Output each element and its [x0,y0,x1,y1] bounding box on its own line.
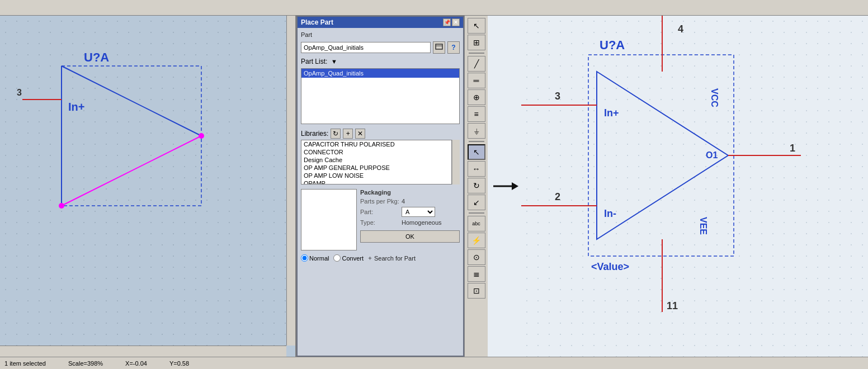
add-library-button[interactable]: + [343,129,353,139]
type-row: Type: Homogeneous [360,219,460,226]
parts-per-pkg-row: Parts per Pkg: 4 [360,198,460,205]
right-component-label: U?A [600,38,625,52]
filter-icon[interactable]: ▼ [329,57,338,66]
svg-rect-0 [62,66,201,206]
search-for-part-button[interactable]: ＋ Search for Part [367,254,416,262]
netlist-tool[interactable]: ⊙ [468,249,485,265]
svg-marker-10 [512,182,518,190]
right-inn-label: In- [604,208,616,219]
svg-rect-7 [436,44,442,49]
libraries-scrollbar[interactable] [452,140,460,184]
toolbar-separator-1 [469,53,484,54]
right-o1-label: O1 [706,150,718,160]
dialog-titlebar: Place Part 📌 ✕ [298,17,463,28]
search-plus-icon: ＋ [367,254,373,262]
y-coord-text: Y=0.58 [169,360,189,367]
arrow-svg [490,178,518,195]
part-input[interactable] [301,42,431,53]
part-list-box[interactable]: OpAmp_Quad_initials [301,68,460,124]
right-pin1-label: 1 [790,143,795,154]
libraries-section: Libraries: ↻ + ✕ CAPACITOR THRU POLARISE… [301,129,460,184]
annotate-tool[interactable]: abc [468,216,485,231]
refresh-libraries-button[interactable]: ↻ [331,129,341,139]
left-pin3-label: 3 [17,88,22,97]
convert-radio-label[interactable]: Convert [333,254,364,262]
main-container: U?A 3 In+ Place Part 📌 ✕ Part [0,0,868,369]
preview-box [301,189,357,250]
bom-tool[interactable]: ≣ [468,266,485,282]
remove-library-button[interactable]: ✕ [355,129,365,139]
horizontal-scrollbar[interactable] [0,346,286,357]
part-header: ? [301,41,460,54]
svg-point-6 [59,203,64,209]
power-tool[interactable]: ⏚ [468,123,485,139]
right-schematic-svg: 3 2 1 4 11 U?A In+ In- VCC VEE [521,16,868,340]
toolbar-separator-2 [469,141,484,142]
type-label: Type: [360,219,399,226]
right-vee-label: VEE [699,217,708,235]
place-part-dialog: Place Part 📌 ✕ Part ? [296,16,464,357]
packaging-info: Packaging Parts per Pkg: 4 Part: A B C D [360,189,460,250]
lib-item-opamp[interactable]: OPAMP [301,179,451,184]
zoom-tool[interactable]: ↙ [468,195,485,210]
bus-tool[interactable]: ═ [468,73,485,88]
status-bar: 1 item selected Scale=398% X=-0.04 Y=0.5… [0,357,868,369]
junction-tool[interactable]: ⊕ [468,89,485,105]
part-section-label: Part [301,31,460,38]
lib-item-op-amp-general[interactable]: OP AMP GENERAL PURPOSE [301,164,451,172]
right-vcc-label: VCC [710,88,719,107]
convert-radio[interactable] [333,254,341,262]
pcb-tool[interactable]: ⊡ [468,283,485,299]
radio-group: Normal Convert [301,254,364,262]
type-value: Homogeneous [402,219,442,226]
status-text: 1 item selected [4,360,46,367]
preview-svg [301,190,357,251]
help-button[interactable]: ? [447,41,460,54]
left-component-label: U?A [84,50,109,64]
search-for-part-label: Search for Part [374,255,416,262]
close-button[interactable]: ✕ [452,18,460,26]
dialog-body: Part ? Part List: ▼ [298,28,463,356]
right-value-label: <Value> [591,261,629,272]
drc-tool[interactable]: ⚡ [468,233,485,248]
libraries-list-container: CAPACITOR THRU POLARISED CONNECTOR Desig… [301,140,460,184]
svg-point-5 [199,133,204,139]
lib-item-design-cache[interactable]: Design Cache [301,156,451,164]
select-tool[interactable]: ↖ [468,18,485,34]
part-label: Part: [360,209,399,215]
lib-item-connector[interactable]: CONNECTOR [301,148,451,156]
dialog-title: Place Part [301,18,333,26]
canvas-inner: U?A 3 In+ [0,16,295,357]
left-inp-label: In+ [68,101,84,113]
wire-tool[interactable]: ╱ [468,56,485,72]
normal-label: Normal [309,255,329,262]
ok-button[interactable]: OK [360,230,460,243]
libraries-label: Libraries: [301,130,328,138]
packaging-section: Packaging Parts per Pkg: 4 Part: A B C D [301,189,460,250]
mirror-tool[interactable]: ↔ [468,161,485,177]
parts-per-pkg-value: 4 [402,198,405,205]
place-part-tool[interactable]: ⊞ [468,35,485,50]
normal-radio-label[interactable]: Normal [301,254,329,262]
part-select[interactable]: A B C D [402,207,435,217]
browse-icon [435,44,443,51]
right-pin11-label: 11 [667,300,678,311]
help-icon: ? [451,44,455,51]
browse-library-button[interactable] [433,41,445,54]
net-alias-tool[interactable]: ≡ [468,106,485,122]
schematic-svg: U?A 3 In+ [45,49,296,340]
lib-item-op-amp-low-noise[interactable]: OP AMP LOW NOISE [301,172,451,179]
select-active-tool[interactable]: ↖ [468,144,485,160]
parts-per-pkg-label: Parts per Pkg: [360,198,399,205]
schematic-canvas[interactable]: U?A 3 In+ [0,16,296,357]
right-schematic: 3 2 1 4 11 U?A In+ In- VCC VEE [521,16,868,357]
part-list-label: Part List: [301,58,327,65]
pin-button[interactable]: 📌 [443,18,451,26]
normal-radio[interactable] [301,254,308,262]
lib-item-capacitor[interactable]: CAPACITOR THRU POLARISED [301,140,451,148]
packaging-title: Packaging [360,189,460,196]
libraries-box[interactable]: CAPACITOR THRU POLARISED CONNECTOR Desig… [301,140,452,184]
rotate-tool[interactable]: ↻ [468,178,485,193]
part-list-item[interactable]: OpAmp_Quad_initials [301,69,459,78]
top-toolbar [0,0,868,16]
